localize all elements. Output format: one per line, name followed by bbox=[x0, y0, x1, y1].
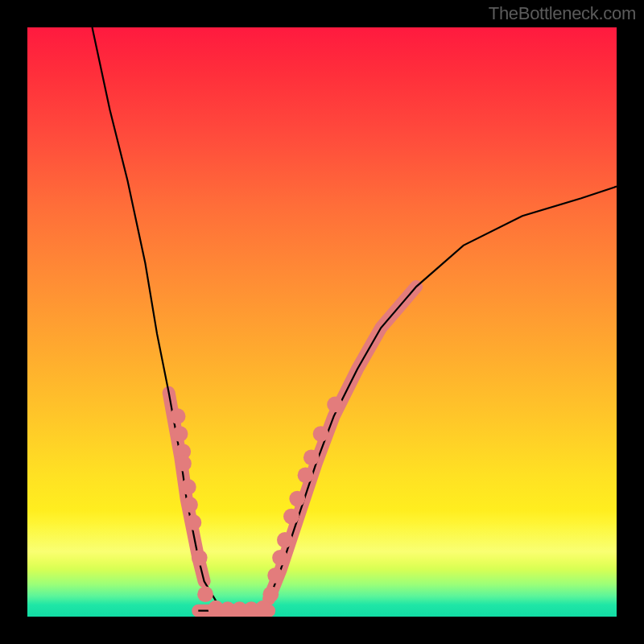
marker-point bbox=[283, 509, 299, 525]
marker-points bbox=[170, 397, 343, 617]
marker-point bbox=[192, 550, 208, 566]
marker-point bbox=[255, 601, 271, 617]
chart-frame: TheBottleneck.com bbox=[0, 0, 644, 644]
curve-right bbox=[269, 187, 617, 599]
marker-point bbox=[182, 497, 198, 513]
marker-point bbox=[298, 467, 314, 483]
marker-point bbox=[327, 397, 343, 413]
marker-stroke-right bbox=[269, 287, 416, 599]
marker-point bbox=[267, 568, 283, 584]
marker-point bbox=[313, 426, 329, 442]
marker-point bbox=[197, 586, 213, 602]
marker-point bbox=[175, 456, 192, 472]
curve-left bbox=[93, 27, 222, 611]
marker-point bbox=[272, 550, 288, 566]
watermark-text: TheBottleneck.com bbox=[489, 3, 636, 24]
marker-point bbox=[172, 426, 188, 442]
plot-area bbox=[27, 27, 617, 617]
marker-point bbox=[170, 408, 186, 424]
marker-point bbox=[289, 491, 305, 507]
marker-point bbox=[277, 532, 293, 548]
marker-point bbox=[180, 479, 196, 495]
marker-point bbox=[262, 586, 279, 602]
marker-point bbox=[303, 449, 320, 465]
marker-point bbox=[186, 514, 202, 530]
chart-svg bbox=[27, 27, 617, 617]
curve-group bbox=[93, 27, 617, 611]
